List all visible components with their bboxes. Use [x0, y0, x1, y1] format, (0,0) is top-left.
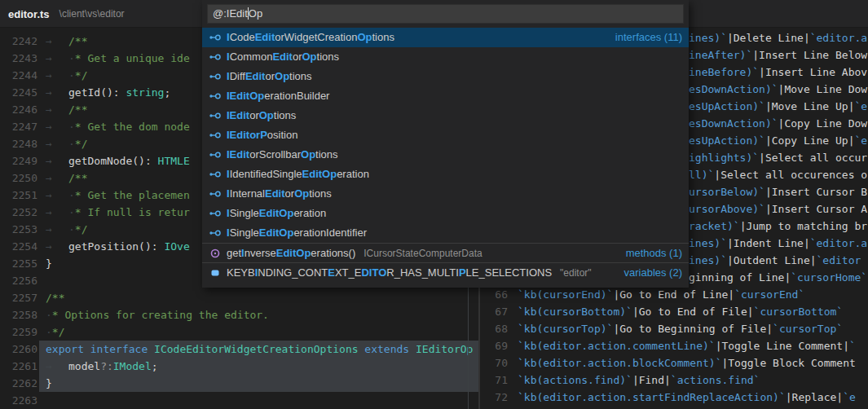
symbol-name: IInternalEditorOptions [227, 184, 332, 204]
code-line[interactable]: 2257/** [0, 289, 478, 306]
interface-icon [209, 90, 222, 103]
code-text: ines)`|Outdent Line|`editor [689, 252, 861, 269]
line-number: 2249 [0, 152, 37, 169]
line-number: 2258 [0, 306, 37, 323]
symbol-row[interactable]: IIdentifiedSingleEditOperation [202, 165, 689, 184]
code-text: esUpAction)`|Copy Line Up|`e [689, 132, 867, 149]
line-number: 2252 [0, 204, 37, 221]
symbol-name: getInverseEditOperations() [227, 244, 355, 263]
line-number: 69 [480, 337, 508, 354]
line-number: 2253 [0, 221, 37, 238]
line-number: 2243 [0, 50, 37, 67]
symbol-list: ICodeEditorWidgetCreationOptionsinterfac… [202, 28, 689, 282]
code-line[interactable]: 68`kb(cursorTop)`|Go to Beginning of Fil… [480, 320, 868, 337]
interface-icon [209, 148, 222, 161]
code-text: →/** [46, 169, 87, 187]
code-text: esDownAction)`|Copy Line Dow [689, 115, 867, 132]
code-line[interactable]: 66`kb(cursorEnd)`|Go to End of Line|`cur… [480, 286, 868, 303]
symbol-row[interactable]: IEditorOptions [202, 106, 689, 125]
symbol-name: ISingleEditOperationIdentifier [227, 223, 367, 243]
quick-open-input[interactable]: @:IEditOp [207, 4, 684, 24]
symbol-name: IEditOperationBuilder [227, 86, 329, 106]
symbol-name: IEditorOptions [227, 106, 296, 125]
code-line[interactable]: 67`kb(cursorBottom)`|Go to End of File|`… [480, 303, 868, 320]
code-text: `kb(cursorBottom)`|Go to End of File|`cu… [518, 303, 843, 320]
code-text: →·*/ [46, 135, 87, 152]
interface-icon [209, 226, 222, 240]
line-number: 71 [480, 372, 508, 389]
code-text: →getId(): string; [46, 84, 170, 101]
code-text: ineBefore)`|Insert Line Abov [689, 64, 867, 81]
symbol-row[interactable]: IEditOperationBuilder [202, 86, 689, 106]
interface-icon [209, 109, 222, 122]
symbol-name: ICodeEditorWidgetCreationOptions [227, 28, 394, 47]
code-text: } [46, 375, 52, 392]
code-line[interactable]: 2258·* Options for creating the editor. [0, 306, 478, 323]
symbol-row[interactable]: ICodeEditorWidgetCreationOptionsinterfac… [202, 28, 689, 47]
match-badge: variables (2) [623, 263, 682, 283]
code-text: } [46, 255, 52, 272]
variable-icon [209, 266, 222, 279]
code-text: `kb(actions.find)`|Find|`actions.find` [518, 372, 760, 389]
interface-icon [209, 51, 222, 64]
code-line[interactable]: 2260export interface ICodeEditorWidgetCr… [0, 341, 478, 358]
quick-open-widget: @:IEditOp ICodeEditorWidgetCreationOptio… [202, 0, 689, 288]
interface-icon [209, 207, 222, 220]
code-text: `kb(editor.action.startFindReplaceAction… [518, 389, 856, 406]
code-line[interactable]: 72`kb(editor.action.startFindReplaceActi… [480, 389, 868, 406]
code-text: ines)`|Delete Line|`editor.a [689, 29, 867, 46]
code-line[interactable]: 71`kb(actions.find)`|Find|`actions.find` [480, 372, 868, 389]
code-text: /** [46, 289, 64, 306]
line-number: 2246 [0, 101, 37, 118]
symbol-row[interactable]: IDiffEditorOptions [202, 67, 689, 86]
interface-icon [209, 129, 222, 142]
symbol-row[interactable]: ICommonEditorOptions [202, 47, 689, 67]
line-number: 67 [480, 303, 508, 320]
line-number: 2263 [0, 392, 37, 409]
method-icon [209, 247, 222, 260]
code-text: ginning of Line|`cursorHome` [689, 269, 867, 286]
line-number: 72 [480, 389, 508, 406]
line-number: 2244 [0, 67, 37, 84]
code-text: →·* If null is retur [46, 204, 190, 221]
symbol-row[interactable]: IEditorPosition [202, 125, 689, 145]
line-number: 68 [480, 320, 508, 337]
query-after-cursor: Op [249, 7, 262, 20]
line-number: 2262 [0, 375, 37, 392]
line-number: 2250 [0, 169, 37, 187]
symbol-row[interactable]: ISingleEditOperation [202, 204, 689, 223]
code-text: →·*/ [46, 67, 87, 84]
query-before-cursor: @:IEdit [213, 7, 248, 20]
code-line[interactable]: 2259·*/ [0, 323, 478, 341]
code-text: ·*/ [46, 323, 64, 341]
line-number: 2247 [0, 118, 37, 135]
symbol-row[interactable]: IEditorScrollbarOptions [202, 145, 689, 165]
tab-editor-ts[interactable]: editor.ts \client\vs\editor [0, 0, 133, 28]
symbol-row[interactable]: ISingleEditOperationIdentifier [202, 223, 689, 243]
code-text: →·*/ [46, 221, 87, 238]
code-text: `kb(cursorEnd)`|Go to End of Line|`curso… [518, 286, 804, 303]
code-line[interactable]: 2263 [0, 392, 478, 409]
code-text: esUpAction)`|Move Line Up|`e [689, 98, 867, 115]
symbol-row[interactable]: KEYBINDING_CONTEXT_EDITOR_HAS_MULTIPLE_S… [202, 262, 689, 282]
symbol-name: ICommonEditorOptions [227, 47, 339, 67]
symbol-name: IEditorPosition [227, 125, 297, 145]
code-text: →·* Get the placemen [46, 187, 190, 204]
symbol-row[interactable]: IInternalEditorOptions [202, 184, 689, 204]
interface-icon [209, 31, 222, 44]
line-number: 2255 [0, 255, 37, 272]
code-text: racket)`|Jump to matching br [689, 218, 867, 235]
vscode-window: editor.ts \client\vs\editor 2242→/**2243… [0, 0, 868, 409]
line-number: 2259 [0, 323, 37, 341]
code-text: →·* Get the dom node [46, 118, 190, 135]
line-number: 2254 [0, 238, 37, 255]
code-text: esDownAction)`|Move Line Dow [689, 81, 867, 98]
code-line[interactable]: 2262} [0, 375, 478, 392]
code-text: ·* Options for creating the editor. [46, 306, 269, 323]
code-line[interactable]: 69`kb(editor.action.commentLine)`|Toggle… [480, 337, 868, 354]
code-text: →·* Get a unique ide [46, 50, 190, 67]
line-number: 2251 [0, 187, 37, 204]
code-line[interactable]: 70`kb(editor.action.blockComment)`|Toggl… [480, 354, 868, 372]
code-line[interactable]: 2261→model?:IModel; [0, 358, 478, 375]
symbol-row[interactable]: getInverseEditOperations()ICursorStateCo… [202, 243, 689, 262]
